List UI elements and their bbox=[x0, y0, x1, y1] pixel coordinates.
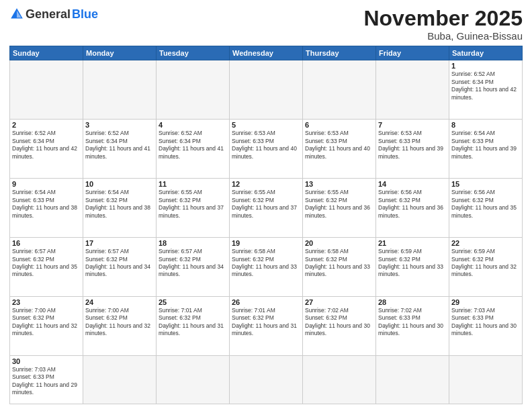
empty-cell bbox=[449, 355, 523, 404]
empty-cell bbox=[83, 60, 157, 120]
day-25: 25 Sunrise: 7:01 AMSunset: 6:32 PMDaylig… bbox=[157, 297, 230, 356]
week-row-2: 2 Sunrise: 6:52 AMSunset: 6:34 PMDayligh… bbox=[10, 120, 523, 179]
day-9: 9 Sunrise: 6:54 AMSunset: 6:33 PMDayligh… bbox=[10, 179, 83, 238]
day-4: 4 Sunrise: 6:52 AMSunset: 6:34 PMDayligh… bbox=[157, 120, 230, 179]
day-14: 14 Sunrise: 6:56 AMSunset: 6:32 PMDaylig… bbox=[376, 179, 449, 238]
col-tuesday: Tuesday bbox=[157, 46, 230, 60]
day-28: 28 Sunrise: 7:02 AMSunset: 6:33 PMDaylig… bbox=[376, 297, 449, 356]
day-11: 11 Sunrise: 6:55 AMSunset: 6:32 PMDaylig… bbox=[157, 179, 230, 238]
page: GeneralBlue November 2025 Buba, Guinea-B… bbox=[0, 0, 532, 411]
week-row-6: 30 Sunrise: 7:03 AMSunset: 6:33 PMDaylig… bbox=[10, 355, 523, 404]
week-row-3: 9 Sunrise: 6:54 AMSunset: 6:33 PMDayligh… bbox=[10, 179, 523, 238]
logo-area: GeneralBlue bbox=[9, 7, 98, 21]
calendar-table: Sunday Monday Tuesday Wednesday Thursday… bbox=[9, 46, 523, 404]
day-19: 19 Sunrise: 6:58 AMSunset: 6:32 PMDaylig… bbox=[230, 238, 303, 297]
day-10: 10 Sunrise: 6:54 AMSunset: 6:32 PMDaylig… bbox=[83, 179, 157, 238]
day-27: 27 Sunrise: 7:02 AMSunset: 6:32 PMDaylig… bbox=[303, 297, 376, 356]
location-title: Buba, Guinea-Bissau bbox=[363, 30, 523, 42]
day-30: 30 Sunrise: 7:03 AMSunset: 6:33 PMDaylig… bbox=[10, 355, 83, 404]
day-8: 8 Sunrise: 6:54 AMSunset: 6:33 PMDayligh… bbox=[449, 120, 523, 179]
day-15: 15 Sunrise: 6:56 AMSunset: 6:32 PMDaylig… bbox=[449, 179, 523, 238]
day-6: 6 Sunrise: 6:53 AMSunset: 6:33 PMDayligh… bbox=[303, 120, 376, 179]
empty-cell bbox=[303, 60, 376, 120]
day-22: 22 Sunrise: 6:59 AMSunset: 6:32 PMDaylig… bbox=[449, 238, 523, 297]
logo: GeneralBlue bbox=[9, 7, 98, 21]
day-23: 23 Sunrise: 7:00 AMSunset: 6:32 PMDaylig… bbox=[10, 297, 83, 356]
empty-cell bbox=[230, 60, 303, 120]
day-3: 3 Sunrise: 6:52 AMSunset: 6:34 PMDayligh… bbox=[83, 120, 157, 179]
col-sunday: Sunday bbox=[10, 46, 83, 60]
empty-cell bbox=[157, 355, 230, 404]
month-title: November 2025 bbox=[363, 7, 523, 30]
col-thursday: Thursday bbox=[303, 46, 376, 60]
day-20: 20 Sunrise: 6:58 AMSunset: 6:32 PMDaylig… bbox=[303, 238, 376, 297]
logo-general: General bbox=[26, 7, 71, 21]
day-5: 5 Sunrise: 6:53 AMSunset: 6:33 PMDayligh… bbox=[230, 120, 303, 179]
logo-blue: Blue bbox=[72, 7, 98, 21]
col-saturday: Saturday bbox=[449, 46, 523, 60]
empty-cell bbox=[83, 355, 157, 404]
week-row-4: 16 Sunrise: 6:57 AMSunset: 6:32 PMDaylig… bbox=[10, 238, 523, 297]
day-18: 18 Sunrise: 6:57 AMSunset: 6:32 PMDaylig… bbox=[157, 238, 230, 297]
empty-cell bbox=[157, 60, 230, 120]
title-area: November 2025 Buba, Guinea-Bissau bbox=[363, 7, 523, 42]
empty-cell bbox=[303, 355, 376, 404]
day-26: 26 Sunrise: 7:01 AMSunset: 6:32 PMDaylig… bbox=[230, 297, 303, 356]
empty-cell bbox=[376, 355, 449, 404]
week-row-5: 23 Sunrise: 7:00 AMSunset: 6:32 PMDaylig… bbox=[10, 297, 523, 356]
day-17: 17 Sunrise: 6:57 AMSunset: 6:32 PMDaylig… bbox=[83, 238, 157, 297]
empty-cell bbox=[376, 60, 449, 120]
weekday-header-row: Sunday Monday Tuesday Wednesday Thursday… bbox=[10, 46, 523, 60]
empty-cell bbox=[230, 355, 303, 404]
day-24: 24 Sunrise: 7:00 AMSunset: 6:32 PMDaylig… bbox=[83, 297, 157, 356]
day-2: 2 Sunrise: 6:52 AMSunset: 6:34 PMDayligh… bbox=[10, 120, 83, 179]
day-12: 12 Sunrise: 6:55 AMSunset: 6:32 PMDaylig… bbox=[230, 179, 303, 238]
day-21: 21 Sunrise: 6:59 AMSunset: 6:32 PMDaylig… bbox=[376, 238, 449, 297]
col-wednesday: Wednesday bbox=[230, 46, 303, 60]
week-row-1: 1 Sunrise: 6:52 AMSunset: 6:34 PMDayligh… bbox=[10, 60, 523, 120]
col-friday: Friday bbox=[376, 46, 449, 60]
day-13: 13 Sunrise: 6:55 AMSunset: 6:32 PMDaylig… bbox=[303, 179, 376, 238]
empty-cell bbox=[10, 60, 83, 120]
logo-icon bbox=[9, 7, 24, 21]
col-monday: Monday bbox=[83, 46, 157, 60]
day-1: 1 Sunrise: 6:52 AMSunset: 6:34 PMDayligh… bbox=[449, 60, 523, 120]
day-16: 16 Sunrise: 6:57 AMSunset: 6:32 PMDaylig… bbox=[10, 238, 83, 297]
header: GeneralBlue November 2025 Buba, Guinea-B… bbox=[9, 7, 523, 42]
day-29: 29 Sunrise: 7:03 AMSunset: 6:33 PMDaylig… bbox=[449, 297, 523, 356]
day-7: 7 Sunrise: 6:53 AMSunset: 6:33 PMDayligh… bbox=[376, 120, 449, 179]
